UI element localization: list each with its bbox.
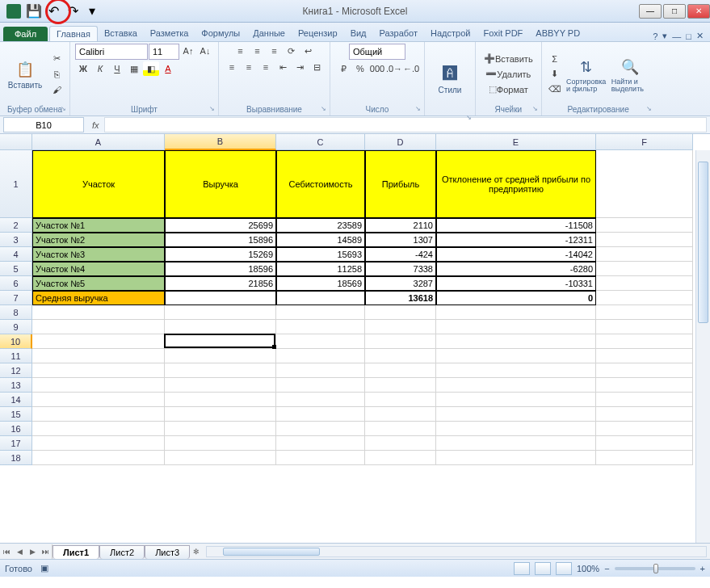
number-format-input[interactable]: [349, 44, 405, 60]
cell[interactable]: [596, 305, 693, 320]
cell[interactable]: [276, 393, 365, 407]
cells-area[interactable]: УчастокВыручкаСебистоимостьПрибыльОтклон…: [32, 150, 695, 543]
ribbon-tab-3[interactable]: Формулы: [195, 26, 246, 41]
sheet-nav-prev[interactable]: ◀: [13, 544, 26, 559]
cell[interactable]: -12311: [436, 233, 596, 247]
cell[interactable]: 0: [436, 291, 596, 305]
cell[interactable]: [596, 349, 693, 363]
cell[interactable]: [365, 378, 436, 393]
row-header-7[interactable]: 7: [0, 291, 32, 305]
page-break-view-button[interactable]: [556, 562, 572, 575]
cell[interactable]: [165, 320, 276, 334]
cell[interactable]: [276, 436, 365, 451]
cell[interactable]: [436, 436, 596, 451]
cell[interactable]: -11508: [436, 218, 596, 233]
align-left-button[interactable]: ≡: [224, 60, 240, 74]
help-button[interactable]: ?: [653, 32, 657, 41]
cell[interactable]: -424: [365, 247, 436, 262]
wrap-text-button[interactable]: ↩: [300, 44, 317, 58]
cell[interactable]: [32, 407, 165, 422]
underline-button[interactable]: Ч: [109, 61, 125, 76]
mdi-min-icon[interactable]: —: [672, 32, 681, 41]
name-box[interactable]: [3, 117, 84, 132]
cell[interactable]: [165, 305, 276, 320]
merge-button[interactable]: ⊟: [309, 60, 325, 74]
cell[interactable]: [365, 349, 436, 363]
cell[interactable]: [436, 378, 596, 393]
cell[interactable]: 15269: [165, 247, 276, 262]
vertical-scrollbar[interactable]: [695, 150, 710, 543]
row-header-3[interactable]: 3: [0, 233, 32, 247]
zoom-thumb[interactable]: [653, 564, 658, 573]
cell[interactable]: [165, 407, 276, 422]
ribbon-tab-5[interactable]: Рецензир: [292, 26, 344, 41]
decrease-decimal-button[interactable]: ←.0: [403, 61, 419, 76]
cell[interactable]: 25699: [165, 218, 276, 233]
normal-view-button[interactable]: [514, 562, 530, 575]
row-header-4[interactable]: 4: [0, 247, 32, 262]
cut-button[interactable]: ✂: [48, 52, 65, 66]
cell[interactable]: [365, 305, 436, 320]
qat-customize[interactable]: ▾: [84, 3, 100, 19]
ribbon-tab-4[interactable]: Данные: [246, 26, 292, 41]
cell[interactable]: [276, 363, 365, 378]
cell[interactable]: 7338: [365, 262, 436, 276]
row-header-10[interactable]: 10: [0, 334, 32, 349]
cell[interactable]: 18596: [165, 262, 276, 276]
align-top-button[interactable]: ≡: [233, 44, 249, 58]
cell[interactable]: Участок №3: [32, 247, 165, 262]
clear-button[interactable]: ⌫: [547, 82, 563, 97]
cell[interactable]: [596, 436, 693, 451]
cell[interactable]: Участок №2: [32, 233, 165, 247]
cell[interactable]: [365, 422, 436, 436]
copy-button[interactable]: ⎘: [48, 67, 65, 82]
cell[interactable]: [165, 422, 276, 436]
cell[interactable]: 18569: [276, 276, 365, 291]
row-header-11[interactable]: 11: [0, 349, 32, 363]
cell[interactable]: [596, 407, 693, 422]
cell[interactable]: [596, 320, 693, 334]
col-header-E[interactable]: E: [436, 134, 596, 150]
increase-font-button[interactable]: A↑: [180, 44, 196, 58]
format-painter-button[interactable]: 🖌: [48, 82, 65, 97]
row-header-1[interactable]: 1: [0, 150, 32, 218]
worksheet-grid[interactable]: ABCDEF 123456789101112131415161718 Участ…: [0, 134, 710, 543]
autosum-button[interactable]: Σ: [547, 52, 563, 66]
cell[interactable]: [436, 363, 596, 378]
cell[interactable]: [165, 393, 276, 407]
cell[interactable]: [32, 393, 165, 407]
ribbon-tab-6[interactable]: Вид: [344, 26, 373, 41]
zoom-in-button[interactable]: +: [700, 564, 705, 573]
cell[interactable]: [165, 436, 276, 451]
cell[interactable]: Средняя выручка: [32, 291, 165, 305]
row-header-17[interactable]: 17: [0, 436, 32, 451]
select-all-corner[interactable]: [0, 134, 32, 150]
ribbon-tab-8[interactable]: Надстрой: [424, 26, 477, 41]
formula-input[interactable]: [104, 117, 707, 132]
cell[interactable]: [436, 451, 596, 465]
mdi-close-icon[interactable]: ✕: [696, 31, 704, 41]
paste-button[interactable]: 📋 Вставить: [5, 57, 45, 91]
cell[interactable]: -10331: [436, 276, 596, 291]
cell[interactable]: [32, 305, 165, 320]
minimize-ribbon-icon[interactable]: ▾: [662, 31, 667, 41]
cell[interactable]: [596, 276, 693, 291]
align-middle-button[interactable]: ≡: [250, 44, 266, 58]
maximize-button[interactable]: □: [663, 4, 686, 19]
cell[interactable]: [276, 291, 365, 305]
cell[interactable]: [436, 305, 596, 320]
ribbon-tab-10[interactable]: ABBYY PD: [529, 26, 586, 41]
cell[interactable]: 11258: [276, 262, 365, 276]
ribbon-tab-1[interactable]: Вставка: [98, 26, 144, 41]
sheet-nav-first[interactable]: ⏮: [0, 544, 13, 559]
col-header-B[interactable]: B: [165, 134, 276, 150]
cell[interactable]: [596, 218, 693, 233]
col-header-C[interactable]: C: [276, 134, 365, 150]
currency-button[interactable]: ₽: [335, 61, 351, 76]
cell[interactable]: [365, 320, 436, 334]
cell[interactable]: [365, 334, 436, 349]
cell[interactable]: [32, 363, 165, 378]
cell[interactable]: [165, 451, 276, 465]
page-layout-view-button[interactable]: [535, 562, 551, 575]
cell[interactable]: 14589: [276, 233, 365, 247]
